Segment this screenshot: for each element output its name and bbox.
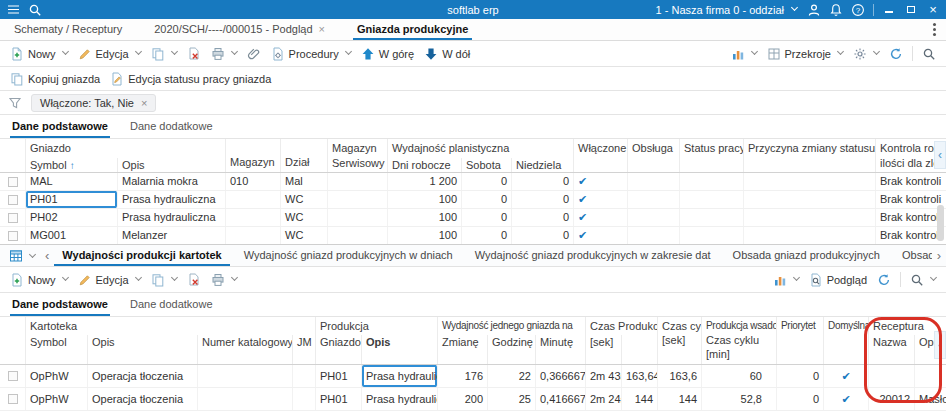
cell-kontrola[interactable]: Brak kontroli: [876, 173, 946, 190]
new-button-lower[interactable]: Nowy: [5, 269, 73, 291]
tab-dane-dodatkowe-lower[interactable]: Dane dodatkowe: [128, 294, 215, 316]
print-button-lower[interactable]: [206, 269, 242, 291]
cell-przyczyna[interactable]: [744, 173, 876, 190]
header-zmiane[interactable]: Zmianę: [438, 335, 488, 364]
band-wydajnosc-planistyczna[interactable]: Wydajność planistyczna: [388, 139, 573, 158]
cell-opis[interactable]: Operacja tłoczenia: [88, 388, 198, 410]
cell-opis[interactable]: Prasa hydrauliczna: [118, 209, 226, 226]
header-symbol[interactable]: Symbol: [26, 335, 88, 364]
copy-button-lower[interactable]: [146, 269, 182, 291]
cell-wlaczone[interactable]: ✔: [574, 191, 628, 208]
cell-nazwa[interactable]: 20012: [869, 388, 915, 410]
cell-magazyn[interactable]: [226, 209, 281, 226]
cell-domyslna[interactable]: ✔: [824, 365, 869, 387]
cell-kontrola[interactable]: Brak kontroli: [876, 209, 946, 226]
scroll-tabs-left[interactable]: ‹: [40, 245, 54, 266]
header-priorytet[interactable]: Priorytet: [777, 317, 824, 364]
header-symbol[interactable]: Symbol↑: [26, 158, 118, 172]
scroll-tabs-right[interactable]: ›: [932, 245, 946, 266]
cell-przyczyna[interactable]: [744, 191, 876, 208]
cell-serwisowy[interactable]: [328, 173, 388, 190]
cell-wlaczone[interactable]: ✔: [574, 209, 628, 226]
cell-gniazdo-opis-selected[interactable]: Prasa hydraulicz: [362, 365, 438, 387]
cell-gniazdo-opis[interactable]: Prasa hydraulicz: [362, 388, 438, 410]
cell-produkcja-wsadowa[interactable]: 60: [702, 365, 777, 387]
cell-opis[interactable]: Operacja tłoczenia: [88, 365, 198, 387]
cell-obsluga[interactable]: [628, 173, 680, 190]
tab-schemat-podglad[interactable]: 2020/SCH/----/000015 - Podgląd ×: [150, 19, 329, 40]
cell-godzine[interactable]: 25: [488, 388, 536, 410]
header-sobota[interactable]: Sobota: [462, 158, 512, 172]
tab-wydajnosc-gniazd-w-dniach[interactable]: Wydajność gniazd produkcyjnych w dniach: [236, 245, 461, 266]
cell-wlaczone[interactable]: ✔: [574, 227, 628, 244]
chart-button[interactable]: [726, 43, 762, 65]
cell-przyczyna[interactable]: [744, 209, 876, 226]
cell-przyczyna[interactable]: [744, 227, 876, 244]
cell-symbol[interactable]: MAL: [26, 173, 118, 190]
cell-zmiane[interactable]: 176: [438, 365, 488, 387]
cell-czas-produkcji-sek[interactable]: 163,64: [622, 365, 658, 387]
cell-gniazdo[interactable]: PH01: [316, 365, 362, 387]
cell-status-pracy[interactable]: [680, 191, 744, 208]
header-czas-cyklu[interactable]: Czas cyklu[sek]: [658, 317, 702, 364]
copy-button[interactable]: [146, 43, 182, 65]
collapse-panel-button-lower[interactable]: ‹: [934, 331, 946, 359]
copy-gniazda-button[interactable]: Kopiuj gniazda: [5, 68, 105, 90]
table-row[interactable]: MG001 Melanzer WC 100 0 0 ✔ Brak kontrol…: [0, 227, 946, 245]
cell-numer-katalogowy[interactable]: [198, 365, 293, 387]
grid-search-button-lower[interactable]: [905, 269, 941, 291]
cell-dzial[interactable]: WC: [281, 209, 328, 226]
header-dzial[interactable]: Dział: [281, 139, 328, 172]
cell-symbol-selected[interactable]: PH01: [26, 191, 118, 208]
cell-serwisowy[interactable]: [328, 209, 388, 226]
header-czas-produkcji-sek[interactable]: [sek]: [586, 335, 622, 364]
cell-receptura-opis[interactable]: [915, 365, 946, 387]
print-button[interactable]: [206, 43, 242, 65]
cell-priorytet[interactable]: 0: [777, 388, 824, 410]
header-magazyn[interactable]: Magazyn: [226, 139, 281, 172]
user-button[interactable]: [803, 0, 825, 19]
tab-schematy-receptury[interactable]: Schematy / Receptury: [10, 19, 126, 40]
tab-wydajnosci-produkcji-kartotek[interactable]: Wydajności produkcji kartotek: [54, 245, 229, 266]
band-produkcja[interactable]: Produkcja: [316, 317, 437, 335]
cell-dni-robocze[interactable]: 100: [388, 209, 462, 226]
header-dni-robocze[interactable]: Dni robocze: [388, 158, 462, 172]
header-godzine[interactable]: Godzinę: [488, 335, 536, 364]
header-wlaczone[interactable]: Włączone: [574, 139, 628, 172]
cell-priorytet[interactable]: 0: [777, 365, 824, 387]
tab-dane-podstawowe-lower[interactable]: Dane podstawowe: [10, 294, 110, 316]
header-numer-katalogowy[interactable]: Numer katalogowy: [198, 335, 293, 364]
row-checkbox[interactable]: [0, 209, 26, 226]
cell-dzial[interactable]: Mal: [281, 173, 328, 190]
table-row[interactable]: MAL Malarnia mokra 010 Mal 1 200 0 0 ✔ B…: [0, 173, 946, 191]
header-czas-produkcji-val[interactable]: [622, 335, 658, 364]
cell-opis[interactable]: Melanzer: [118, 227, 226, 244]
scrollbar-thumb[interactable]: [937, 205, 944, 241]
cell-opis[interactable]: Prasa hydrauliczna: [118, 191, 226, 208]
tab-dane-dodatkowe[interactable]: Dane dodatkowe: [128, 116, 215, 138]
close-tab-icon[interactable]: ×: [319, 23, 325, 35]
header-nazwa[interactable]: Nazwa: [869, 335, 915, 364]
cell-status-pracy[interactable]: [680, 209, 744, 226]
cell-symbol[interactable]: PH02: [26, 209, 118, 226]
table-row[interactable]: OpPhW Operacja tłoczenia PH01 Prasa hydr…: [0, 388, 946, 411]
cell-receptura-opis[interactable]: Masło kakaowe: [915, 388, 946, 410]
przekroje-button[interactable]: Przekroje: [762, 43, 848, 65]
cell-serwisowy[interactable]: [328, 191, 388, 208]
settings-button[interactable]: [848, 43, 884, 65]
cell-dni-robocze[interactable]: 100: [388, 227, 462, 244]
cell-czas-produkcji-sek[interactable]: 144: [622, 388, 658, 410]
header-opis[interactable]: Opis: [88, 335, 198, 364]
tab-wydajnosc-gniazd-w-zakresie-dat[interactable]: Wydajność gniazd produkcyjnych w zakresi…: [467, 245, 719, 266]
cell-domyslna[interactable]: ✔: [824, 388, 869, 410]
delete-button-lower[interactable]: [182, 269, 206, 291]
row-checkbox[interactable]: [0, 173, 26, 190]
cell-czas-cyklu-sek[interactable]: 163,6: [658, 365, 702, 387]
cell-czas-produkcji[interactable]: 2m 43s: [586, 365, 622, 387]
tab-obsada-gniazd[interactable]: Obsada gniazd produkcyjnych: [725, 245, 888, 266]
band-kartoteka[interactable]: Kartoteka: [26, 317, 315, 335]
cell-obsluga[interactable]: [628, 209, 680, 226]
cell-niedziela[interactable]: 0: [512, 209, 574, 226]
cell-nazwa[interactable]: [869, 365, 915, 387]
header-jm[interactable]: JM: [293, 335, 316, 364]
